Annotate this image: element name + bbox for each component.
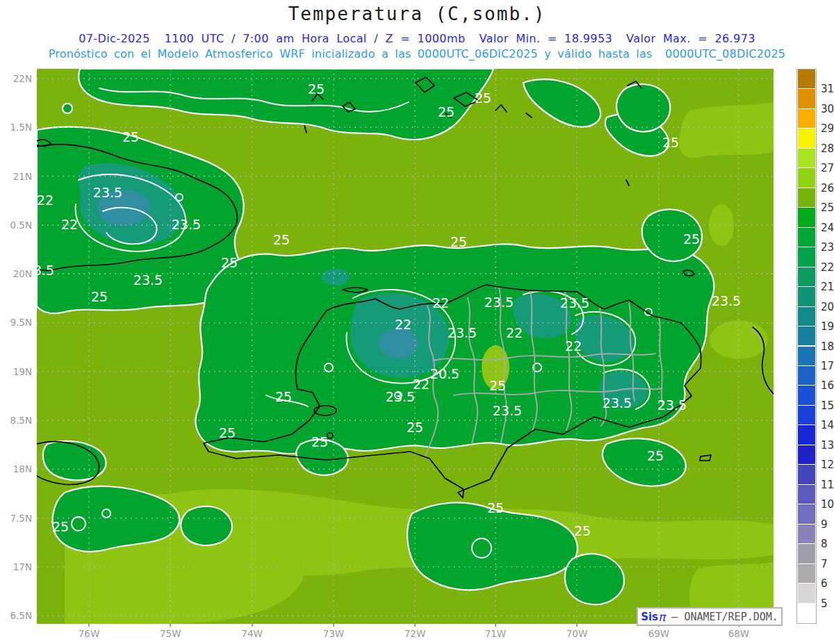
contour-label: 25 [487, 500, 504, 515]
colorbar-value-label: 11 [821, 479, 834, 491]
colorbar-value-label: 15 [821, 399, 834, 412]
lon-tick-label: 73W [318, 628, 350, 639]
contour-label: 23.5 [712, 293, 741, 308]
contour-label: 23.5 [603, 395, 632, 411]
colorbar-value-label: 7 [821, 558, 834, 570]
colorbar-value-label: 30 [821, 103, 834, 115]
lon-tick [170, 624, 171, 627]
colorbar-value-label: 6 [821, 577, 834, 590]
colorbar-cell [798, 366, 815, 385]
colorbar-cell [798, 208, 815, 226]
colorbar-cell [798, 228, 815, 247]
colorbar-cell [798, 149, 815, 167]
colorbar-value-label: 19 [821, 320, 834, 333]
colorbar-cell [798, 564, 815, 583]
colorbar-cell [798, 307, 815, 326]
contour-label: 25 [662, 135, 679, 150]
lat-tick-label: 6.5N [0, 610, 32, 621]
colorbar-value-label: 13 [821, 439, 834, 452]
contour-label: 25 [574, 523, 591, 538]
contour-label: 22 [506, 325, 523, 340]
contour-label: 25 [683, 231, 700, 247]
colorbar-cell [798, 109, 815, 128]
colorbar-value-label: 16 [821, 379, 834, 392]
colorbar-value-label: 25 [821, 201, 834, 214]
lat-tick-label: 9.5N [0, 317, 32, 328]
contour-label: 23.5 [493, 403, 522, 418]
colorbar-value-label: 21 [821, 281, 834, 293]
colorbar-cell [798, 406, 815, 424]
contour-label: 25 [489, 378, 506, 393]
colorbar-value-label: 18 [821, 340, 834, 353]
pi-symbol-icon: π [658, 610, 665, 624]
contour-label: 25 [407, 420, 423, 435]
lon-tick-label: 71W [480, 628, 512, 639]
contour-label: 25 [475, 90, 491, 106]
lon-tick-label: 68W [723, 628, 755, 639]
temperature-map-svg: 2525252525252223.52223.523.5252523.52525… [37, 69, 774, 624]
colorbar-cell [798, 247, 815, 266]
colorbar-value-label: 29 [821, 122, 834, 135]
colorbar-value-label: 23 [821, 241, 834, 254]
lon-tick [495, 624, 496, 627]
contour-label: 23.5 [657, 397, 687, 413]
contour-label: 25 [450, 234, 467, 249]
contour-label: 25 [221, 255, 238, 270]
contour-label: 20.5 [430, 366, 459, 381]
colorbar-value-label: 14 [821, 419, 834, 431]
contour-label: 23.5 [386, 389, 415, 404]
weather-map-page: Temperatura (C,somb.) 07-Dic-2025 1100 U… [0, 0, 834, 644]
contour-label: 25 [91, 289, 108, 304]
colorbar-cell [798, 584, 815, 602]
lat-tick-label: 17N [0, 561, 32, 572]
colorbar-cell [798, 485, 815, 504]
contour-label: 23.5 [448, 325, 477, 340]
colorbar-value-label: 26 [821, 182, 834, 195]
colorbar-cell [798, 69, 815, 88]
contour-label: 22 [432, 295, 449, 311]
contour-label: 25 [122, 129, 139, 145]
contour-label: 22 [37, 192, 54, 208]
header-datetime: 07-Dic-2025 1100 UTC / 7:00 am Hora Loca… [79, 32, 465, 45]
header-line1: 07-Dic-2025 1100 UTC / 7:00 am Hora Loca… [0, 32, 834, 45]
colorbar-cell [798, 89, 815, 108]
contour-label: 22 [61, 217, 78, 232]
contour-label: 22 [565, 338, 582, 354]
sispi-brand: Sis [641, 611, 658, 623]
colorbar-cell [798, 188, 815, 207]
lon-tick-label: 72W [399, 628, 431, 639]
lon-tick [333, 624, 334, 627]
credit-org: ONAMET/REP.DOM. [684, 611, 778, 623]
page-title: Temperatura (C,somb.) [0, 3, 834, 24]
colorbar-cell [798, 604, 815, 622]
lon-tick [252, 624, 253, 627]
contour-label: 25 [52, 519, 69, 534]
colorbar-cell [798, 525, 815, 543]
lon-tick-label: 70W [561, 628, 593, 639]
credit-separator: – [665, 611, 684, 623]
contour-label: 25 [273, 232, 290, 247]
header-valor-min: Valor Min. = 18.9953 [479, 32, 612, 45]
map-area: 2525252525252223.52223.523.5252523.52525… [37, 69, 774, 624]
contour-label: 23.5 [93, 185, 122, 200]
colorbar-value-label: 20 [821, 301, 834, 313]
header-valor-max: Valor Max. = 26.973 [626, 32, 755, 45]
colorbar-cell [798, 544, 815, 563]
lon-tick-label: 69W [643, 628, 675, 639]
colorbar-cell [798, 386, 815, 404]
colorbar-cell [798, 267, 815, 286]
credit-box: Sisπ – ONAMET/REP.DOM. [637, 607, 783, 626]
colorbar-cell [798, 425, 815, 444]
colorbar-cell [798, 465, 815, 484]
colorbar-value-label: 9 [821, 518, 834, 531]
lat-tick-label: 1.5N [0, 122, 32, 133]
lon-tick [576, 624, 578, 627]
contour-label: 25 [438, 104, 455, 119]
contour-label: 25 [311, 434, 328, 449]
colorbar-cell [798, 445, 815, 464]
lon-tick [414, 624, 416, 627]
colorbar-value-label: 28 [821, 142, 834, 155]
colorbar-value-label: 31 [821, 83, 834, 95]
contour-label: 23.5 [172, 217, 201, 232]
contour-label: 23.5 [37, 263, 54, 278]
